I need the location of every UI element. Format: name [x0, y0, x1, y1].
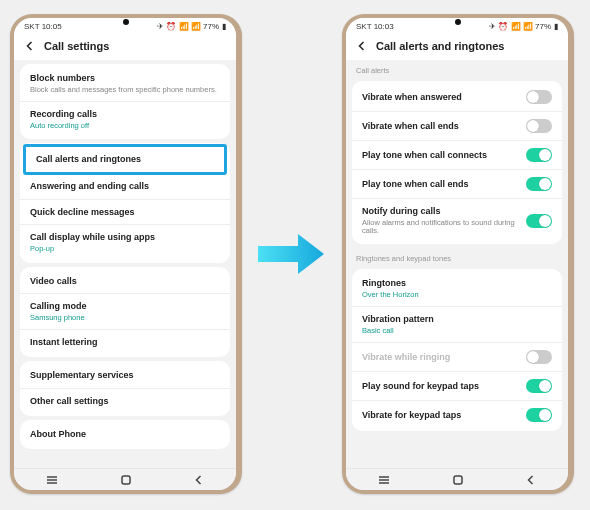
row-subtitle: Block calls and messages from specific p… [30, 86, 220, 94]
settings-row[interactable]: Calling modeSamsung phone [20, 294, 230, 330]
recents-button[interactable] [45, 475, 59, 485]
toggle-switch[interactable] [526, 90, 552, 104]
android-navbar [14, 468, 236, 490]
row-subtitle: Over the Horizon [362, 291, 552, 299]
status-icons: ✈ ⏰ 📶 📶 77% ▮ [489, 22, 558, 31]
row-title: Ringtones [362, 278, 552, 289]
camera-cutout [123, 19, 129, 25]
settings-row[interactable]: Vibrate when answered [352, 83, 562, 112]
settings-row[interactable]: Quick decline messages [20, 200, 230, 226]
status-icons: ✈ ⏰ 📶 📶 77% ▮ [157, 22, 226, 31]
row-subtitle: Pop-up [30, 245, 220, 253]
status-time: SKT 10:05 [24, 22, 62, 31]
row-title: Instant lettering [30, 337, 220, 348]
toggle-switch[interactable] [526, 119, 552, 133]
settings-row: Vibrate while ringing [352, 343, 562, 372]
settings-group: RingtonesOver the HorizonVibration patte… [352, 269, 562, 431]
back-button[interactable] [193, 474, 205, 486]
row-title: Quick decline messages [30, 207, 220, 218]
settings-row[interactable]: About Phone [20, 422, 230, 447]
settings-row[interactable]: Instant lettering [20, 330, 230, 355]
row-title: Other call settings [30, 396, 220, 407]
settings-group: Video callsCalling modeSamsung phoneInst… [20, 267, 230, 358]
settings-row[interactable]: RingtonesOver the Horizon [352, 271, 562, 307]
row-title: Vibrate for keypad taps [362, 410, 520, 421]
settings-row[interactable]: Notify during callsAllow alarms and noti… [352, 199, 562, 242]
settings-row[interactable]: Play tone when call connects [352, 141, 562, 170]
settings-group: About Phone [20, 420, 230, 449]
svg-rect-3 [122, 476, 130, 484]
settings-row[interactable]: Call alerts and ringtones [23, 144, 227, 175]
recents-button[interactable] [377, 475, 391, 485]
arrow-icon [258, 231, 326, 277]
settings-group: Supplementary servicesOther call setting… [20, 361, 230, 416]
page-header: Call alerts and ringtones [346, 34, 568, 60]
row-title: Vibrate when answered [362, 92, 520, 103]
row-title: Answering and ending calls [30, 181, 220, 192]
toggle-switch [526, 350, 552, 364]
settings-row[interactable]: Vibrate when call ends [352, 112, 562, 141]
camera-cutout [455, 19, 461, 25]
settings-row[interactable]: Answering and ending calls [20, 174, 230, 200]
row-title: About Phone [30, 429, 220, 440]
settings-row[interactable]: Vibration patternBasic call [352, 307, 562, 343]
settings-list[interactable]: Block numbersBlock calls and messages fr… [14, 60, 236, 468]
row-title: Vibrate while ringing [362, 352, 520, 363]
row-title: Play sound for keypad taps [362, 381, 520, 392]
settings-row[interactable]: Play sound for keypad taps [352, 372, 562, 401]
row-title: Video calls [30, 276, 220, 287]
row-title: Notify during calls [362, 206, 520, 217]
row-title: Call alerts and ringtones [36, 154, 214, 165]
settings-list[interactable]: Call alertsVibrate when answeredVibrate … [346, 60, 568, 468]
row-title: Recording calls [30, 109, 220, 120]
row-title: Play tone when call ends [362, 179, 520, 190]
row-title: Vibration pattern [362, 314, 552, 325]
row-subtitle: Allow alarms and notifications to sound … [362, 219, 520, 236]
svg-marker-4 [258, 234, 324, 274]
settings-row[interactable]: Recording callsAuto recording off [20, 102, 230, 137]
settings-group: Vibrate when answeredVibrate when call e… [352, 81, 562, 244]
row-subtitle: Samsung phone [30, 314, 220, 322]
phone-right: SKT 10:03 ✈ ⏰ 📶 📶 77% ▮ Call alerts and … [342, 14, 574, 494]
settings-row[interactable]: Call display while using appsPop-up [20, 225, 230, 260]
toggle-switch[interactable] [526, 214, 552, 228]
row-title: Block numbers [30, 73, 220, 84]
settings-row[interactable]: Video calls [20, 269, 230, 295]
settings-row[interactable]: Supplementary services [20, 363, 230, 389]
settings-group: Block numbersBlock calls and messages fr… [20, 64, 230, 139]
section-label: Ringtones and keypad tones [346, 248, 568, 265]
settings-row[interactable]: Other call settings [20, 389, 230, 414]
toggle-switch[interactable] [526, 408, 552, 422]
row-title: Play tone when call connects [362, 150, 520, 161]
toggle-switch[interactable] [526, 148, 552, 162]
phone-left: SKT 10:05 ✈ ⏰ 📶 📶 77% ▮ Call settings Bl… [10, 14, 242, 494]
toggle-switch[interactable] [526, 177, 552, 191]
page-title: Call alerts and ringtones [376, 40, 504, 52]
home-button[interactable] [452, 474, 464, 486]
page-header: Call settings [14, 34, 236, 60]
settings-row[interactable]: Vibrate for keypad taps [352, 401, 562, 429]
settings-row[interactable]: Block numbersBlock calls and messages fr… [20, 66, 230, 102]
section-label: Call alerts [346, 60, 568, 77]
row-subtitle: Auto recording off [30, 122, 220, 130]
home-button[interactable] [120, 474, 132, 486]
android-navbar [346, 468, 568, 490]
back-icon[interactable] [24, 40, 36, 52]
svg-rect-8 [454, 476, 462, 484]
row-title: Calling mode [30, 301, 220, 312]
row-subtitle: Basic call [362, 327, 552, 335]
back-icon[interactable] [356, 40, 368, 52]
settings-group: Call alerts and ringtonesAnswering and e… [20, 143, 230, 262]
toggle-switch[interactable] [526, 379, 552, 393]
back-button[interactable] [525, 474, 537, 486]
page-title: Call settings [44, 40, 109, 52]
status-time: SKT 10:03 [356, 22, 394, 31]
row-title: Supplementary services [30, 370, 220, 381]
row-title: Vibrate when call ends [362, 121, 520, 132]
row-title: Call display while using apps [30, 232, 220, 243]
settings-row[interactable]: Play tone when call ends [352, 170, 562, 199]
